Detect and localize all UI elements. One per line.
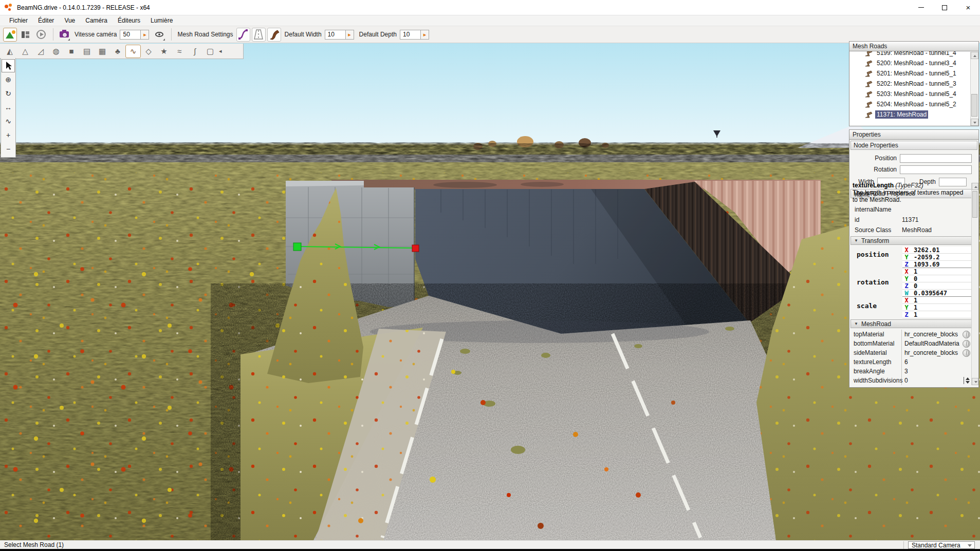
transform-row[interactable]: X1: [902, 268, 974, 275]
tool-object[interactable]: ■: [64, 45, 79, 58]
tool-terrain[interactable]: △: [17, 45, 33, 58]
road-outline-mode-button[interactable]: [252, 28, 266, 42]
tool-world[interactable]: ◍: [48, 45, 64, 58]
transform-row[interactable]: Y0: [902, 275, 974, 282]
camera-speed-arrow[interactable]: ▸: [140, 30, 149, 40]
list-item[interactable]: 5202: MeshRoad - tunnel5_3: [849, 79, 978, 89]
transform-row[interactable]: X1: [902, 297, 974, 304]
scroll-thumb[interactable]: [971, 94, 977, 117]
transform-row[interactable]: Z1: [902, 311, 974, 318]
minimize-icon: [918, 7, 924, 8]
mesh-road-mode-button[interactable]: [267, 28, 281, 42]
visibility-button[interactable]: [152, 28, 166, 42]
material-globe-icon[interactable]: [963, 331, 970, 338]
maximize-button[interactable]: [933, 0, 956, 15]
top-material-row: topMaterial hr_concrete_blocks: [849, 330, 978, 339]
insert-node-tool[interactable]: +: [2, 128, 15, 142]
tool-forest[interactable]: ♣: [110, 45, 125, 58]
default-depth-value[interactable]: 10: [400, 30, 420, 40]
list-item[interactable]: 5203: MeshRoad - tunnel5_4: [849, 89, 978, 99]
menu-item-camera[interactable]: Caméra: [80, 16, 113, 25]
camera-mode-dropdown[interactable]: Standard Camera: [908, 541, 975, 549]
width-subdivisions-spinner[interactable]: [964, 377, 970, 384]
world-editor-icon: [5, 30, 15, 39]
play-button[interactable]: [34, 28, 48, 42]
camera-menu-button[interactable]: [57, 28, 71, 42]
transform-row[interactable]: Z1093.69: [902, 261, 974, 268]
mesh-roads-scrollbar[interactable]: [970, 52, 978, 126]
move-tool[interactable]: ⊕: [2, 73, 15, 86]
transform-row[interactable]: X3262.01: [902, 246, 974, 254]
side-material-row: sideMaterial hr_concrete_blocks: [849, 348, 978, 357]
spline-mode-button[interactable]: [236, 28, 250, 42]
tool-decal-road[interactable]: ◇: [141, 45, 156, 58]
tool-road-path[interactable]: ∫: [187, 45, 202, 58]
add-road-tool[interactable]: ∿: [2, 115, 15, 128]
scroll-down-icon[interactable]: [972, 378, 978, 385]
tool-terrain-raise[interactable]: ◭: [2, 45, 17, 58]
list-item[interactable]: 5199: MeshRoad - tunnel1_4: [849, 51, 978, 58]
default-width-arrow[interactable]: ▸: [345, 30, 354, 40]
list-item-selected[interactable]: 11371: MeshRoad: [849, 109, 978, 120]
depth-input[interactable]: [939, 178, 967, 186]
list-item[interactable]: 5201: MeshRoad - tunnel5_1: [849, 68, 978, 79]
position-input[interactable]: [900, 154, 972, 163]
meshroad-section-header[interactable]: ▼ MeshRoad: [850, 319, 977, 328]
transform-row[interactable]: Z0: [902, 282, 974, 290]
scroll-thumb[interactable]: [972, 191, 977, 218]
menu-item-fichier[interactable]: Fichier: [4, 16, 33, 25]
material-globe-icon[interactable]: [963, 340, 970, 348]
window-bottom-edge: [0, 549, 980, 551]
title-bar: BeamNG.drive - 0.14.0.1.7239 - RELEASE -…: [0, 0, 980, 15]
scroll-up-icon[interactable]: [971, 52, 978, 59]
transform-section-header[interactable]: ▼ Transform: [850, 236, 977, 245]
select-tool[interactable]: [2, 59, 15, 72]
scroll-down-icon[interactable]: [971, 119, 978, 126]
source-class-row: Source Class MeshRoad: [849, 225, 978, 235]
rotate-tool[interactable]: ↻: [2, 87, 15, 100]
tool-decal[interactable]: ▦: [95, 45, 110, 58]
tool-mesh-road[interactable]: ∿: [125, 45, 141, 58]
menu-item-editer[interactable]: Éditer: [33, 16, 59, 25]
editor-tools-toolbar: ◭ △ ◿ ◍ ■ ▤ ▦ ♣ ∿ ◇ ★ ≈ ∫ ▢ ◂: [0, 44, 244, 59]
menu-item-vue[interactable]: Vue: [59, 16, 80, 25]
scale-tool[interactable]: ↔: [2, 101, 15, 114]
menu-item-editeurs[interactable]: Éditeurs: [113, 16, 145, 25]
properties-panel-header[interactable]: Properties: [849, 129, 979, 140]
rotate-icon: ↻: [5, 89, 11, 98]
material-globe-icon[interactable]: [963, 349, 970, 357]
transform-row[interactable]: Y1: [902, 304, 974, 311]
tool-river[interactable]: ≈: [172, 45, 187, 58]
object-cube-icon: ■: [69, 47, 73, 55]
transform-row[interactable]: W0.0395647: [902, 290, 974, 297]
list-item[interactable]: 5200: MeshRoad - tunnel3_4: [849, 58, 978, 68]
close-button[interactable]: ×: [956, 0, 980, 15]
tool-shape[interactable]: ▢: [202, 45, 218, 58]
minimize-button[interactable]: [909, 0, 933, 15]
mesh-roads-panel-header[interactable]: Mesh Roads: [849, 41, 979, 51]
world-editor-button[interactable]: [3, 28, 17, 42]
menu-item-lumiere[interactable]: Lumière: [145, 16, 178, 25]
default-depth-arrow[interactable]: ▸: [420, 30, 429, 40]
transform-row[interactable]: Y-2059.2: [902, 254, 974, 261]
scale-group-label: scale: [852, 302, 901, 310]
tool-datablock[interactable]: ▤: [79, 45, 95, 58]
layout-button[interactable]: [19, 28, 32, 42]
gizmo-node-end[interactable]: [412, 245, 419, 252]
properties-scrollbar[interactable]: [971, 183, 978, 385]
scroll-up-icon[interactable]: [972, 183, 978, 190]
viewport-3d-scene[interactable]: [0, 43, 980, 540]
id-row: id 11371: [849, 215, 978, 225]
gizmo-node-start[interactable]: [293, 243, 301, 251]
rotation-input[interactable]: [900, 165, 972, 174]
default-width-value[interactable]: 10: [325, 30, 345, 40]
list-item[interactable]: 5204: MeshRoad - tunnel5_2: [849, 99, 978, 109]
toolbar-collapse-icon[interactable]: ◂: [219, 48, 222, 54]
remove-node-tool[interactable]: −: [2, 142, 15, 156]
tool-sketch[interactable]: ◿: [33, 45, 48, 58]
camera-speed-value[interactable]: 50: [120, 30, 140, 40]
tool-particles[interactable]: ★: [156, 45, 172, 58]
break-angle-row: breakAngle 3: [849, 367, 978, 376]
remove-node-icon: −: [6, 145, 10, 153]
mesh-road-settings-label: Mesh Road Settings: [177, 31, 233, 38]
